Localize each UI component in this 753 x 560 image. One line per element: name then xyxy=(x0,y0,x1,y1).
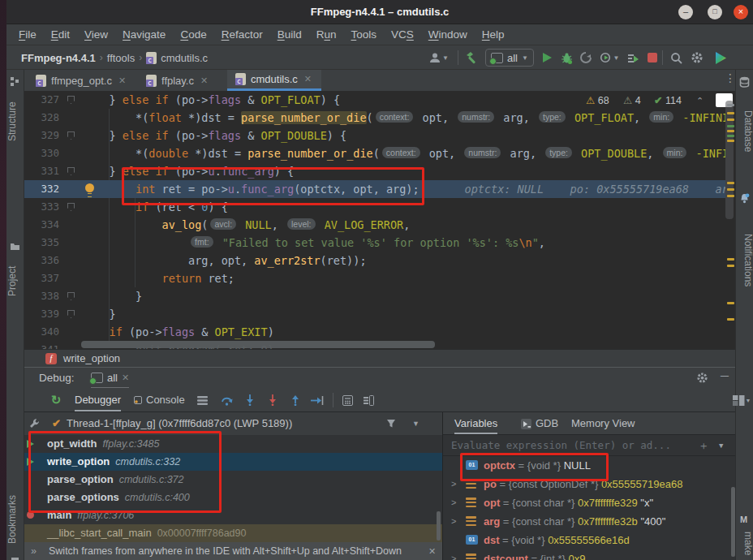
debug-button[interactable] xyxy=(558,45,574,70)
force-step-into-icon[interactable] xyxy=(265,388,281,412)
editor-tab-cmdutils.c[interactable]: cmdutils.c✕ xyxy=(227,70,321,91)
code-line-339[interactable]: 339 } xyxy=(24,305,725,323)
tab-memory-view[interactable]: Memory View xyxy=(571,412,635,434)
settings-gear-icon[interactable] xyxy=(688,45,706,70)
user-profile-icon[interactable]: ▼ xyxy=(427,45,451,70)
code-line-338[interactable]: 338 } xyxy=(24,287,725,305)
code-line-336[interactable]: 336 arg, opt, av_err2str(ret)); xyxy=(24,252,725,269)
stripe-mark[interactable] xyxy=(727,104,734,106)
expand-chevron-icon[interactable]: > xyxy=(451,475,456,493)
sidebar-project[interactable]: Project xyxy=(6,255,24,307)
breadcrumb-folder[interactable]: fftools xyxy=(107,52,135,64)
function-breadcrumb[interactable]: write_option xyxy=(63,352,120,364)
step-over-icon[interactable] xyxy=(219,388,235,412)
fold-marker-icon[interactable] xyxy=(67,167,75,175)
hide-panel-icon[interactable]: ─ xyxy=(721,369,729,382)
run-configuration-select[interactable]: all ▼ xyxy=(485,49,534,67)
menu-tools[interactable]: Tools xyxy=(344,28,385,41)
stripe-mark[interactable] xyxy=(727,112,734,114)
stripe-mark[interactable] xyxy=(727,135,734,137)
frame-parse_option[interactable]: parse_optioncmdutils.c:372 xyxy=(24,471,442,489)
maximize-button[interactable]: □ xyxy=(708,5,722,19)
stripe-mark[interactable] xyxy=(727,140,734,142)
expand-chevron-icon[interactable]: > xyxy=(451,493,456,512)
code-line-327[interactable]: 327 } else if (po->flags & OPT_FLOAT) { xyxy=(24,91,725,109)
stripe-mark[interactable] xyxy=(727,302,734,304)
evaluate-expression-icon[interactable] xyxy=(339,388,355,412)
menu-refactor[interactable]: Refactor xyxy=(214,28,270,41)
sidebar-database[interactable]: Database xyxy=(736,93,753,170)
debug-session-tab[interactable]: all ✕ xyxy=(91,368,129,389)
breadcrumb-project[interactable]: FFmpeg-n4.4.1 xyxy=(21,52,96,64)
frame-parse_options[interactable]: parse_optionscmdutils.c:400 xyxy=(24,489,442,506)
editor-horizontal-scrollbar[interactable] xyxy=(81,341,435,348)
menu-view[interactable]: View xyxy=(77,28,115,41)
code-line-337[interactable]: 337 return ret; xyxy=(24,269,725,287)
stripe-mark[interactable] xyxy=(727,118,734,121)
minimize-button[interactable]: – xyxy=(678,5,693,19)
variables-scrollbar[interactable] xyxy=(731,487,735,557)
chevron-down-icon[interactable]: ▼ xyxy=(412,412,420,435)
debug-settings-gear-icon[interactable] xyxy=(696,372,708,384)
close-button[interactable]: × xyxy=(734,5,748,19)
tab-debugger[interactable]: Debugger xyxy=(75,388,121,411)
fold-marker-icon[interactable] xyxy=(67,310,75,318)
menu-help[interactable]: Help xyxy=(475,28,512,41)
stripe-mark[interactable] xyxy=(727,265,734,267)
sidebar-notifications[interactable]: Notifications xyxy=(736,208,753,313)
show-execution-point-icon[interactable] xyxy=(360,388,376,412)
add-watch-icon[interactable]: ＋ xyxy=(698,435,709,456)
frames-scrollbar[interactable] xyxy=(437,511,441,541)
filter-funnel-icon[interactable] xyxy=(386,419,396,429)
code-line-330[interactable]: 330 *(double *)dst = parse_number_or_die… xyxy=(24,144,725,162)
tab-gdb[interactable]: GDB xyxy=(536,412,558,434)
stripe-mark[interactable] xyxy=(727,182,734,184)
coverage-button[interactable]: ▼ xyxy=(597,45,622,70)
variable-opt[interactable]: >opt = {const char *} 0x7fffffffe329 "x" xyxy=(443,493,735,512)
search-everywhere-icon[interactable] xyxy=(667,45,685,70)
variable-po[interactable]: >po = {const OptionDef *} 0x55555719ea68 xyxy=(443,475,735,493)
sidebar-make[interactable]: make xyxy=(736,528,753,560)
expand-chevron-icon[interactable]: > xyxy=(451,512,456,531)
expand-chevron-icon[interactable]: > xyxy=(451,549,456,560)
code-line-332[interactable]: 332 int ret = po->u.func_arg(optctx, opt… xyxy=(24,180,725,198)
editor-tab-ffmpeg_opt.c[interactable]: ffmpeg_opt.c✕ xyxy=(28,70,135,91)
frame-__libc_start_call_main[interactable]: __libc_start_call_main0x00007ffff786ad90 xyxy=(24,524,442,542)
fold-marker-icon[interactable] xyxy=(67,203,75,211)
fold-marker-icon[interactable] xyxy=(67,292,75,300)
menu-navigate[interactable]: Navigate xyxy=(115,28,173,41)
close-icon[interactable]: ✕ xyxy=(122,373,129,383)
run-to-cursor-icon[interactable] xyxy=(308,388,326,412)
chevron-down-icon[interactable]: ▼ xyxy=(719,435,723,456)
fold-marker-icon[interactable] xyxy=(67,131,75,140)
close-icon[interactable]: ✕ xyxy=(304,74,312,84)
attach-to-process-icon[interactable] xyxy=(625,45,641,70)
rerun-icon[interactable]: ↻ xyxy=(47,388,65,412)
menu-window[interactable]: Window xyxy=(421,28,475,41)
stripe-mark[interactable] xyxy=(727,188,734,191)
step-out-icon[interactable] xyxy=(287,388,303,412)
menu-vcs[interactable]: VCS xyxy=(384,28,421,41)
run-button[interactable] xyxy=(539,45,555,70)
variable-optctx[interactable]: 01optctx = {void *} NULL xyxy=(443,456,735,475)
stripe-mark[interactable] xyxy=(727,318,734,321)
variable-dst[interactable]: 01dst = {void *} 0x55555566e16d xyxy=(443,531,735,549)
variable-arg[interactable]: >arg = {const char *} 0x7fffffffe32b "40… xyxy=(443,512,735,531)
menu-code[interactable]: Code xyxy=(173,28,213,41)
code-line-334[interactable]: 334 av_log(avcl: NULL, level: AV_LOG_ERR… xyxy=(24,216,725,234)
tab-console[interactable]: Console xyxy=(146,388,185,411)
close-icon[interactable]: ✕ xyxy=(428,542,436,560)
layout-settings-icon[interactable]: ▼ xyxy=(732,388,751,412)
evaluate-expression-input[interactable]: Evaluate expression (Enter) or ad... ＋ ▼ xyxy=(443,435,735,456)
sidebar-structure[interactable]: Structure xyxy=(6,89,24,154)
expand-hint-icon[interactable]: » xyxy=(31,542,37,560)
close-icon[interactable]: ✕ xyxy=(200,75,208,86)
frame-write_option[interactable]: write_optioncmdutils.c:332 xyxy=(24,453,442,471)
stop-button[interactable] xyxy=(644,45,660,70)
wrench-icon[interactable] xyxy=(29,418,40,429)
code-line-331[interactable]: 331 } else if (po->u.func_arg) { xyxy=(24,162,725,180)
code-line-335[interactable]: 335 fmt: "Failed to set value '%s' for o… xyxy=(24,234,725,252)
menu-run[interactable]: Run xyxy=(309,28,344,41)
menu-edit[interactable]: Edit xyxy=(44,28,77,41)
stripe-mark[interactable] xyxy=(727,195,734,197)
